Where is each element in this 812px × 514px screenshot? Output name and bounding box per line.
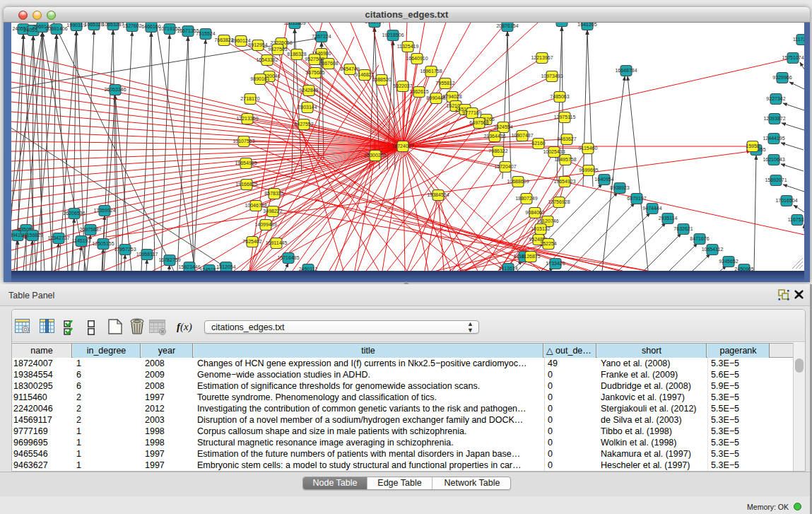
svg-text:1527602: 1527602 bbox=[122, 23, 141, 28]
svg-text:15958: 15958 bbox=[746, 144, 760, 148]
svg-text:15716485: 15716485 bbox=[277, 255, 299, 260]
svg-text:19384554: 19384554 bbox=[427, 192, 449, 197]
svg-text:2867608: 2867608 bbox=[319, 61, 338, 66]
svg-text:7955812: 7955812 bbox=[435, 81, 454, 86]
svg-text:8578335: 8578335 bbox=[264, 191, 283, 196]
svg-text:8454749: 8454749 bbox=[340, 66, 359, 71]
svg-text:9827503: 9827503 bbox=[268, 47, 287, 52]
svg-text:9227342: 9227342 bbox=[766, 96, 785, 101]
svg-text:1588520: 1588520 bbox=[372, 77, 391, 82]
svg-text:16782759: 16782759 bbox=[158, 257, 180, 262]
svg-text:1413614: 1413614 bbox=[498, 266, 517, 271]
svg-text:2935114: 2935114 bbox=[659, 216, 678, 221]
svg-text:2803144: 2803144 bbox=[298, 105, 317, 110]
svg-text:7625402: 7625402 bbox=[242, 239, 261, 244]
svg-text:19218506: 19218506 bbox=[382, 33, 404, 37]
svg-text:10958117: 10958117 bbox=[136, 252, 158, 257]
svg-text:10107553: 10107553 bbox=[233, 139, 254, 144]
svg-text:1015132: 1015132 bbox=[531, 226, 550, 231]
svg-text:9242848: 9242848 bbox=[299, 88, 318, 93]
svg-text:7515524: 7515524 bbox=[196, 31, 215, 36]
svg-text:9890161: 9890161 bbox=[250, 76, 269, 81]
svg-text:16648784: 16648784 bbox=[615, 68, 637, 73]
svg-text:62160: 62160 bbox=[531, 141, 546, 146]
svg-text:9463627: 9463627 bbox=[557, 136, 576, 141]
svg-text:2718170: 2718170 bbox=[240, 96, 259, 101]
svg-text:10025433: 10025433 bbox=[543, 149, 565, 154]
svg-text:10653287: 10653287 bbox=[102, 23, 124, 27]
svg-text:12093872: 12093872 bbox=[763, 116, 785, 121]
svg-text:1065328: 1065328 bbox=[84, 23, 103, 27]
svg-text:12342737: 12342737 bbox=[47, 235, 69, 240]
svg-text:16543382: 16543382 bbox=[256, 57, 278, 62]
svg-text:8813054: 8813054 bbox=[365, 23, 384, 24]
svg-text:12213369: 12213369 bbox=[236, 116, 258, 121]
svg-text:7485063: 7485063 bbox=[550, 94, 569, 99]
svg-text:12213967: 12213967 bbox=[531, 55, 553, 60]
svg-text:15751074: 15751074 bbox=[782, 55, 804, 60]
svg-text:15720407: 15720407 bbox=[494, 164, 516, 169]
svg-text:21364436: 21364436 bbox=[483, 134, 505, 139]
svg-text:14099489: 14099489 bbox=[254, 222, 276, 227]
svg-text:7357224: 7357224 bbox=[312, 34, 331, 39]
svg-text:3498222: 3498222 bbox=[263, 209, 282, 214]
svg-text:26206536: 26206536 bbox=[63, 211, 85, 216]
svg-text:9474444: 9474444 bbox=[642, 206, 661, 211]
svg-text:1990319: 1990319 bbox=[66, 23, 86, 28]
svg-text:252254: 252254 bbox=[540, 241, 556, 246]
svg-text:15923446: 15923446 bbox=[178, 264, 200, 269]
svg-text:17359924: 17359924 bbox=[93, 208, 115, 213]
svg-text:1167533: 1167533 bbox=[788, 217, 804, 222]
svg-text:16640910: 16640910 bbox=[406, 56, 428, 61]
svg-text:10688609: 10688609 bbox=[507, 179, 529, 184]
svg-text:8912954: 8912954 bbox=[248, 42, 267, 47]
svg-text:20975887: 20975887 bbox=[79, 227, 101, 232]
svg-text:12444195: 12444195 bbox=[763, 136, 784, 141]
svg-text:20876154: 20876154 bbox=[496, 23, 518, 28]
svg-text:3675685: 3675685 bbox=[305, 70, 324, 75]
svg-text:16120746: 16120746 bbox=[536, 218, 558, 223]
svg-text:19166825: 19166825 bbox=[235, 182, 257, 187]
svg-text:9115460: 9115460 bbox=[579, 146, 598, 151]
svg-text:9329966: 9329966 bbox=[772, 75, 792, 80]
svg-text:10973493: 10973493 bbox=[541, 74, 563, 78]
svg-text:19654923: 19654923 bbox=[553, 179, 575, 184]
svg-text:18807249: 18807249 bbox=[515, 196, 537, 201]
svg-text:6794028: 6794028 bbox=[442, 94, 461, 99]
svg-text:7986322: 7986322 bbox=[488, 148, 507, 153]
svg-text:19654985: 19654985 bbox=[235, 160, 257, 165]
svg-text:8813054: 8813054 bbox=[552, 23, 571, 23]
svg-text:1117205: 1117205 bbox=[793, 37, 804, 42]
svg-text:15692071: 15692071 bbox=[765, 177, 787, 182]
svg-text:1640954: 1640954 bbox=[594, 177, 613, 182]
svg-text:7632621: 7632621 bbox=[673, 226, 693, 231]
svg-text:9777169: 9777169 bbox=[462, 110, 481, 115]
svg-text:25300295: 25300295 bbox=[364, 153, 386, 158]
svg-text:16210643: 16210643 bbox=[763, 157, 784, 162]
svg-text:9084067: 9084067 bbox=[525, 210, 544, 215]
svg-text:6497568: 6497568 bbox=[469, 120, 488, 125]
svg-text:10654112: 10654112 bbox=[702, 247, 724, 252]
svg-text:9699695: 9699695 bbox=[579, 168, 598, 173]
svg-text:16033809: 16033809 bbox=[283, 23, 305, 25]
svg-text:1812054: 1812054 bbox=[216, 264, 235, 269]
svg-text:1145193: 1145193 bbox=[72, 238, 91, 243]
svg-text:26053346: 26053346 bbox=[104, 87, 126, 92]
svg-text:10756928: 10756928 bbox=[548, 199, 570, 204]
svg-text:17957253: 17957253 bbox=[114, 247, 136, 252]
svg-text:11156829: 11156829 bbox=[22, 233, 43, 238]
svg-text:8427552: 8427552 bbox=[294, 122, 313, 127]
svg-text:1733426: 1733426 bbox=[546, 261, 565, 266]
svg-text:9245652: 9245652 bbox=[719, 259, 738, 264]
svg-text:18495758: 18495758 bbox=[554, 157, 576, 162]
svg-text:10807487: 10807487 bbox=[511, 133, 533, 138]
svg-text:17016504: 17016504 bbox=[775, 198, 797, 203]
svg-text:16911445: 16911445 bbox=[266, 240, 288, 245]
svg-text:12505155: 12505155 bbox=[92, 241, 114, 246]
svg-text:20691406: 20691406 bbox=[45, 26, 67, 31]
svg-text:4126875: 4126875 bbox=[521, 254, 540, 259]
svg-text:3624554: 3624554 bbox=[493, 124, 512, 129]
svg-text:6879197: 6879197 bbox=[627, 196, 646, 201]
svg-text:8471676: 8471676 bbox=[690, 236, 709, 241]
svg-text:1641205: 1641205 bbox=[577, 23, 596, 27]
